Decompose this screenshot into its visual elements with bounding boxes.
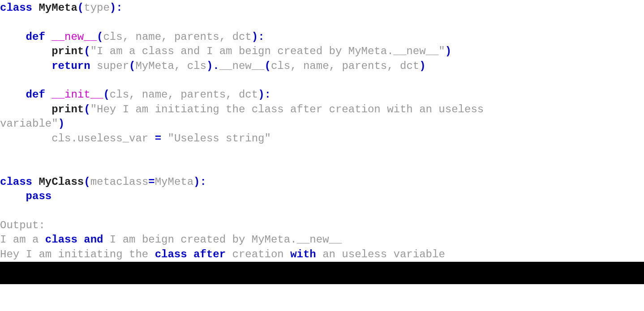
dunder-new: __new__ (52, 31, 97, 43)
params-init: cls, name, parents, dct (110, 89, 258, 101)
class-name-MyClass: MyClass (39, 176, 84, 188)
out1-kw-class: class (45, 234, 77, 246)
dunder-new-call: __new__ (219, 60, 265, 72)
kw-pass: pass (26, 190, 52, 202)
super-call-args: cls, name, parents, dct (271, 60, 419, 72)
bottom-black-strip (0, 262, 644, 284)
class-name-MyMeta: MyMeta (39, 2, 77, 14)
out1-a: I am a (0, 234, 45, 246)
colon: : (116, 2, 122, 14)
out2-a: Hey I am initiating the (0, 248, 155, 260)
id-type: type (84, 2, 110, 14)
id-metaclass: metaclass (90, 176, 149, 188)
output-label: Output: (0, 219, 45, 231)
kw-return: return (52, 60, 90, 72)
out2-kw-class: class (155, 248, 187, 260)
str-new: "I am a class and I am beign created by … (90, 45, 445, 57)
kw-class: class (0, 2, 32, 14)
id-print: print (52, 45, 84, 57)
out2-kw-after: after (193, 248, 226, 260)
str-init-b: variable" (0, 118, 58, 130)
out2-kw-with: with (290, 248, 316, 260)
assign-target: cls.useless_var (52, 132, 148, 145)
kw-class-2: class (0, 176, 32, 188)
kw-def: def (26, 31, 45, 43)
close-paren: ) (110, 2, 116, 14)
equals: = (155, 132, 161, 145)
out2-b: creation (226, 248, 290, 260)
out1-b: I am beign created by MyMeta.__new__ (103, 234, 342, 246)
open-paren: ( (77, 2, 84, 14)
id-super: super (97, 60, 129, 72)
params-new: cls, name, parents, dct (103, 31, 251, 43)
out1-kw-and: and (84, 234, 103, 246)
code-content: class MyMeta(type): def __new__(cls, nam… (0, 1, 548, 262)
id-print-2: print (52, 103, 84, 115)
out2-c: an useless variable (316, 248, 445, 260)
metaclass-val: MyMeta (155, 176, 193, 188)
dunder-init: __init__ (52, 89, 103, 101)
str-init-a: "Hey I am initiating the class after cre… (90, 103, 490, 115)
assign-value: "Useless string" (167, 132, 270, 145)
code-block: class MyMeta(type): def __new__(cls, nam… (0, 0, 548, 262)
super-args: MyMeta, cls (135, 60, 206, 72)
kw-def-2: def (26, 89, 45, 101)
